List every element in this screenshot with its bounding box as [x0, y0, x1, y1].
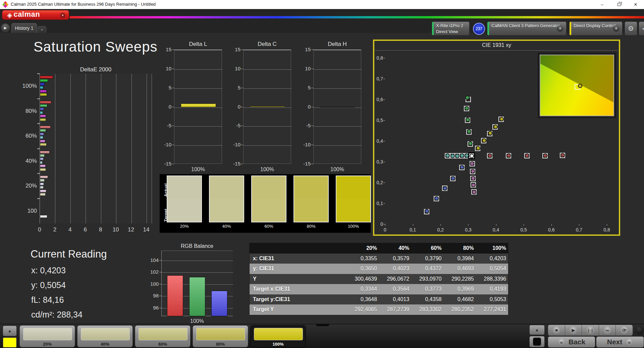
- y-tick-label: -10: [229, 142, 240, 147]
- refresh-button[interactable]: ⟳: [616, 325, 633, 336]
- deltae-bar: [40, 136, 43, 139]
- pattern-button-40%[interactable]: 40%: [77, 325, 133, 347]
- tab-scroll-button[interactable]: ▶: [1, 23, 10, 32]
- deltae-bar: [40, 118, 46, 121]
- stop-button[interactable]: ■: [548, 325, 565, 336]
- cie-measured-point: [488, 131, 492, 135]
- single-measure-button[interactable]: [··]: [582, 325, 599, 336]
- spectrum-strip: [70, 16, 644, 18]
- deltae-bar: [40, 215, 47, 218]
- play-button[interactable]: ▶: [565, 325, 582, 336]
- value-cell: 287,2739: [379, 306, 411, 312]
- gridline: [162, 261, 233, 261]
- next-button[interactable]: Next »: [596, 336, 644, 348]
- settings-button[interactable]: ⚙: [625, 21, 637, 36]
- pattern-preview-swatch[interactable]: [3, 338, 16, 347]
- y-tick-label: 10: [229, 66, 240, 71]
- x-tick-label: 4: [65, 226, 75, 233]
- y-tick-label: -10: [160, 142, 171, 147]
- axis-tick: [496, 224, 496, 226]
- axis-tick: [37, 73, 40, 74]
- y-tick-label: 0,3: [375, 159, 383, 164]
- saturation-group-label: 100%: [13, 83, 37, 89]
- pattern-button-80%[interactable]: 80%: [193, 325, 248, 347]
- deltae-bar: [40, 126, 51, 129]
- x-tick-label: 6: [80, 226, 90, 233]
- display-control-dropdown[interactable]: Direct Display Control ▼: [569, 21, 623, 36]
- swatch-item: 100%: [336, 176, 371, 229]
- swatch-label: 40%: [209, 224, 244, 229]
- delta-bar: [181, 103, 216, 107]
- y-tick-label: 0,1: [375, 201, 383, 206]
- y-tick-label: 10: [299, 66, 311, 71]
- collapse-pattern-bar-button[interactable]: ▲: [3, 326, 17, 336]
- rgb-bar: [189, 277, 205, 316]
- value-cell: 283,3302: [411, 306, 443, 312]
- back-button[interactable]: « Back: [548, 336, 595, 348]
- x-tick-label: 0,4: [490, 227, 502, 232]
- pattern-swatch: [196, 328, 245, 340]
- pattern-window-icon: [533, 338, 541, 346]
- pattern-label: 40%: [77, 342, 132, 347]
- cie-measured-point: [493, 125, 498, 129]
- cie-measured-point: [472, 190, 476, 194]
- collapse-controls-button[interactable]: ▲: [529, 325, 545, 335]
- axis-tick: [172, 107, 174, 107]
- gridline: [86, 74, 86, 223]
- restore-button[interactable]: [610, 0, 627, 9]
- add-tab-button[interactable]: +: [38, 26, 46, 33]
- pattern-button-100%[interactable]: 100%: [250, 325, 306, 347]
- pattern-button-20%[interactable]: 20%: [19, 325, 75, 347]
- deltae-bar: [40, 133, 44, 136]
- actual-swatch: [336, 176, 370, 199]
- axis-tick: [311, 145, 313, 145]
- value-cell: 0,4193: [476, 286, 508, 292]
- current-reading-line: fL: 84,16: [31, 295, 64, 305]
- y-tick-label: -5: [160, 123, 171, 128]
- x-tick-label: 2: [50, 226, 60, 233]
- value-cell: 0,5053: [476, 296, 508, 302]
- collapse-toolbar-button[interactable]: ◀: [639, 21, 644, 36]
- axis-tick: [241, 126, 243, 126]
- axis-tick: [37, 148, 40, 149]
- chevron-down-icon: ▼: [557, 25, 564, 32]
- cie-measured-point: [471, 176, 475, 181]
- y-tick-label: -5: [229, 123, 240, 128]
- delta-plot: [243, 50, 291, 164]
- pattern-button-60%[interactable]: 60%: [135, 325, 191, 347]
- y-tick-label: 96: [147, 305, 159, 310]
- y-tick-label: 0,5: [375, 118, 383, 123]
- x-tick-label: 0,1: [407, 227, 419, 232]
- y-tick-label: -10: [299, 142, 311, 147]
- gridline: [314, 126, 362, 127]
- current-reading-line: cd/m²: 288,34: [31, 310, 83, 320]
- calman-menu-button[interactable]: ◈ calman ▼: [2, 10, 69, 20]
- meter-dropdown[interactable]: X-Rite i1Pro 2 Direct View: [432, 21, 470, 36]
- pattern-generator-dropdown[interactable]: CalMAN Client 3 Pattern Generator ▼: [487, 21, 567, 36]
- chevron-down-icon: ▼: [613, 25, 620, 32]
- x-tick-label: 0,8: [601, 227, 613, 232]
- value-cell: 0,3790: [411, 256, 443, 262]
- table-row: Y300,4639296,0672293,0970290,2285288,339…: [250, 274, 508, 284]
- swatch-item: 80%: [293, 176, 329, 229]
- pattern-generator-name: CalMAN Client 3 Pattern Generator: [491, 23, 560, 28]
- value-cell: 296,0672: [379, 276, 411, 282]
- y-tick-label: 0,7: [375, 76, 383, 81]
- axis-tick: [383, 162, 385, 162]
- current-reading-line: y: 0,5054: [31, 280, 66, 290]
- tab-history-1[interactable]: History 1: [11, 23, 37, 33]
- meter-count-badge[interactable]: 237: [473, 23, 485, 35]
- value-cell: 0,4682: [443, 296, 476, 302]
- axis-tick: [159, 260, 161, 261]
- pattern-bar-handle[interactable]: [316, 324, 329, 326]
- close-button[interactable]: ✕: [627, 0, 644, 9]
- continuous-measure-button[interactable]: ∞: [599, 325, 616, 336]
- table-header-cell: 20%: [347, 245, 379, 251]
- minimize-button[interactable]: –: [594, 0, 610, 9]
- axis-tick: [159, 272, 161, 272]
- pattern-window-button[interactable]: [529, 336, 545, 347]
- deltae-bar: [40, 190, 46, 193]
- axis-tick: [172, 126, 174, 126]
- swatch-item: 20%: [167, 176, 202, 229]
- cie-1931-panel[interactable]: CIE 1931 xy 00,10,20,30,40,50,60,70,800,…: [373, 40, 620, 236]
